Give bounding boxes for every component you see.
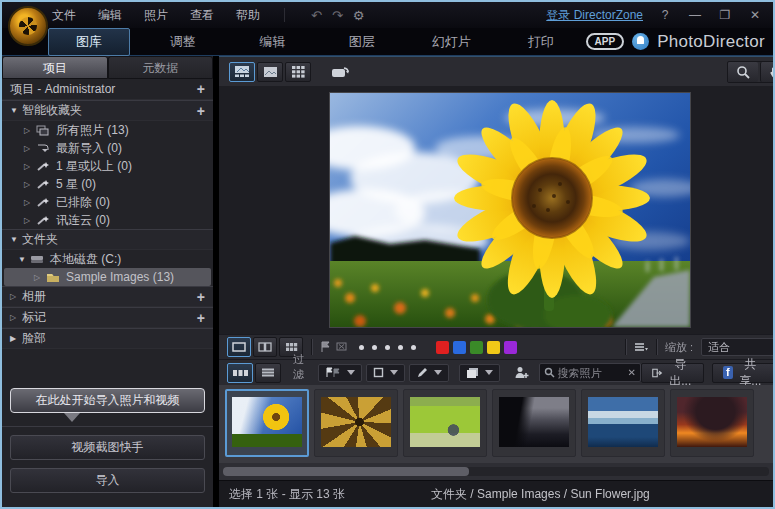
display-options-icon[interactable] bbox=[634, 342, 648, 352]
secondary-display-button[interactable] bbox=[325, 62, 355, 82]
tags-section[interactable]: ▷ 标记 + bbox=[2, 307, 213, 328]
color-label-red[interactable] bbox=[436, 341, 449, 354]
rating-filter-dropdown[interactable] bbox=[366, 364, 405, 382]
flag-filter-dropdown[interactable] bbox=[318, 364, 362, 382]
flag-pick-icon[interactable] bbox=[320, 341, 331, 353]
menu-edit[interactable]: 编辑 bbox=[98, 7, 122, 24]
color-label-blue[interactable] bbox=[453, 341, 466, 354]
undo-icon[interactable]: ↶ bbox=[311, 8, 322, 23]
project-header-row[interactable]: 项目 - Administrator + bbox=[2, 79, 213, 100]
thumbnail-sunflower[interactable] bbox=[225, 389, 309, 457]
app-badge[interactable]: APP bbox=[586, 33, 625, 50]
tab-metadata[interactable]: 元数据 bbox=[108, 56, 214, 79]
tab-adjust[interactable]: 调整 bbox=[138, 29, 228, 55]
tree-item-5-star[interactable]: ▷ 5 星 (0) bbox=[2, 175, 213, 193]
expand-icon[interactable]: ▷ bbox=[24, 162, 36, 171]
rating-dot[interactable] bbox=[411, 345, 416, 350]
menu-photo[interactable]: 照片 bbox=[144, 7, 168, 24]
faces-section[interactable]: ▶ 脸部 bbox=[2, 328, 213, 349]
tab-edit[interactable]: 编辑 bbox=[228, 29, 318, 55]
minimize-button[interactable]: — bbox=[687, 8, 703, 22]
tab-library[interactable]: 图库 bbox=[48, 28, 130, 56]
color-label-green[interactable] bbox=[470, 341, 483, 354]
add-face-button[interactable] bbox=[514, 366, 529, 380]
label-filter-dropdown[interactable] bbox=[459, 364, 500, 382]
thumbnail-spiral-staircase[interactable] bbox=[314, 389, 398, 457]
expand-icon[interactable]: ▷ bbox=[34, 273, 46, 282]
list-view-button[interactable] bbox=[255, 363, 281, 383]
viewer-only-mode-button[interactable] bbox=[257, 62, 283, 82]
search-input[interactable] bbox=[558, 367, 628, 379]
maximize-button[interactable]: ❐ bbox=[717, 8, 733, 22]
rating-dot[interactable] bbox=[398, 345, 403, 350]
add-tag-button[interactable]: + bbox=[197, 310, 205, 326]
star-rating-dots[interactable] bbox=[359, 345, 416, 350]
import-button[interactable]: 导入 bbox=[10, 468, 205, 493]
tab-project[interactable]: 项目 bbox=[2, 56, 108, 79]
color-label-yellow[interactable] bbox=[487, 341, 500, 354]
compare-view-button[interactable] bbox=[253, 337, 277, 357]
thumbnail-view-button[interactable] bbox=[227, 363, 253, 383]
zoom-tool-button[interactable] bbox=[728, 62, 758, 82]
tree-item-all-photos[interactable]: ▷ 所有照片 (13) bbox=[2, 121, 213, 139]
collapse-icon[interactable]: ▼ bbox=[10, 106, 22, 115]
thumbnail-sunset-clouds[interactable] bbox=[670, 389, 754, 457]
expand-icon[interactable]: ▷ bbox=[10, 292, 22, 301]
notification-bell-icon[interactable] bbox=[632, 33, 649, 50]
expand-icon[interactable]: ▷ bbox=[24, 126, 36, 135]
photo-viewer[interactable] bbox=[219, 86, 775, 334]
close-button[interactable]: ✕ bbox=[747, 8, 763, 22]
tree-item-latest-import[interactable]: ▷ 最新导入 (0) bbox=[2, 139, 213, 157]
clear-search-icon[interactable]: ✕ bbox=[628, 367, 636, 378]
rating-dot[interactable] bbox=[372, 345, 377, 350]
expand-icon[interactable]: ▷ bbox=[24, 198, 36, 207]
add-album-button[interactable]: + bbox=[197, 289, 205, 305]
edited-filter-dropdown[interactable] bbox=[409, 364, 449, 382]
menu-help[interactable]: 帮助 bbox=[236, 7, 260, 24]
collapse-icon[interactable]: ▼ bbox=[10, 235, 22, 244]
tab-layers[interactable]: 图层 bbox=[317, 29, 407, 55]
expand-icon[interactable]: ▷ bbox=[24, 144, 36, 153]
grid-mode-button[interactable] bbox=[285, 62, 311, 82]
rating-dot[interactable] bbox=[359, 345, 364, 350]
folders-section[interactable]: ▼ 文件夹 bbox=[2, 229, 213, 250]
tree-item-cyberlink-cloud[interactable]: ▷ 讯连云 (0) bbox=[2, 211, 213, 229]
add-project-button[interactable]: + bbox=[197, 81, 205, 97]
viewer-filmstrip-mode-button[interactable] bbox=[229, 62, 255, 82]
menu-view[interactable]: 查看 bbox=[190, 7, 214, 24]
video-to-photo-button[interactable]: 视频截图快手 bbox=[10, 435, 205, 460]
help-button[interactable]: ? bbox=[657, 8, 673, 22]
zoom-fit-dropdown[interactable]: 适合 bbox=[701, 338, 775, 356]
expand-icon[interactable]: ▷ bbox=[24, 180, 36, 189]
menu-file[interactable]: 文件 bbox=[52, 7, 76, 24]
thumbnail-bicycle-in-field[interactable] bbox=[403, 389, 487, 457]
tab-print[interactable]: 打印 bbox=[496, 29, 586, 55]
expand-icon[interactable]: ▷ bbox=[24, 216, 36, 225]
scrollbar-track[interactable] bbox=[223, 467, 769, 476]
thumbnail-mountain-lake[interactable] bbox=[581, 389, 665, 457]
import-here-callout-button[interactable]: 在此处开始导入照片和视频 bbox=[10, 388, 205, 413]
add-smart-collection-button[interactable]: + bbox=[197, 103, 205, 119]
albums-section[interactable]: ▷ 相册 + bbox=[2, 286, 213, 307]
tree-item-rejected[interactable]: ▷ 已排除 (0) bbox=[2, 193, 213, 211]
scrollbar-thumb[interactable] bbox=[223, 467, 469, 476]
main-photo-sun-flower[interactable] bbox=[330, 93, 690, 327]
color-label-purple[interactable] bbox=[504, 341, 517, 354]
export-button[interactable]: 导出... bbox=[641, 363, 704, 383]
login-directorzone-link[interactable]: 登录 DirectorZone bbox=[546, 7, 643, 24]
share-button[interactable]: f 共享... bbox=[712, 363, 775, 383]
collapse-icon[interactable]: ▼ bbox=[18, 255, 30, 264]
tree-item-local-disk[interactable]: ▼ 本地磁盘 (C:) bbox=[2, 250, 213, 268]
thumbnail-cathedral-silhouette[interactable] bbox=[492, 389, 576, 457]
pan-tool-button[interactable] bbox=[760, 62, 775, 82]
single-view-button[interactable] bbox=[227, 337, 251, 357]
flag-reject-icon[interactable] bbox=[336, 341, 349, 353]
tree-item-1-star-up[interactable]: ▷ 1 星或以上 (0) bbox=[2, 157, 213, 175]
expand-icon[interactable]: ▶ bbox=[10, 334, 22, 343]
redo-icon[interactable]: ↷ bbox=[332, 8, 343, 23]
tree-item-sample-images[interactable]: ▷ Sample Images (13) bbox=[4, 268, 211, 286]
settings-gear-icon[interactable]: ⚙ bbox=[353, 8, 365, 23]
tab-slideshow[interactable]: 幻灯片 bbox=[407, 29, 497, 55]
smart-collection-section[interactable]: ▼ 智能收藏夹 + bbox=[2, 100, 213, 121]
rating-dot[interactable] bbox=[385, 345, 390, 350]
